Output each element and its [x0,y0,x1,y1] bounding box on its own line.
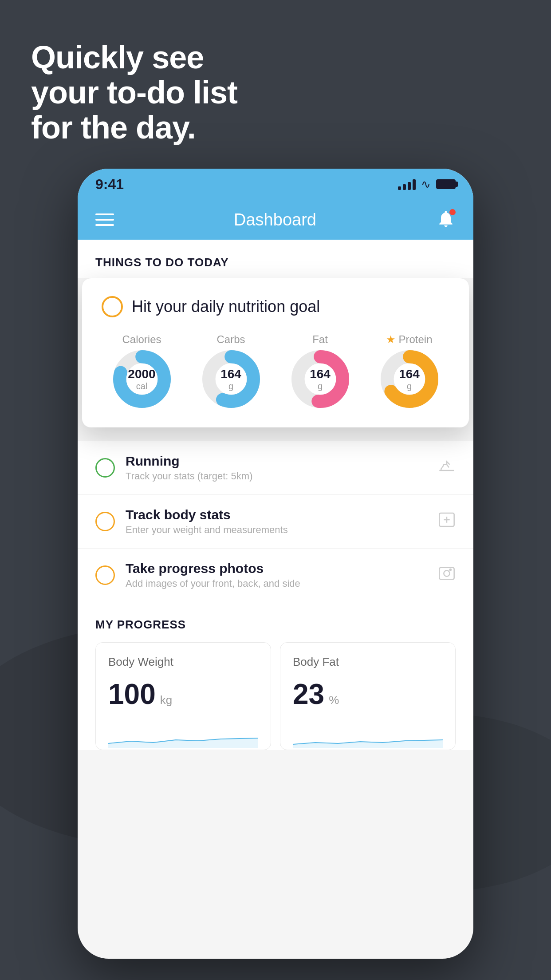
notification-dot [449,209,456,215]
hamburger-line-1 [95,213,114,215]
body-fat-card[interactable]: Body Fat 23 % [280,642,456,750]
body-weight-unit: kg [160,693,172,707]
nutrition-card-header: Hit your daily nutrition goal [102,296,449,317]
body-fat-sparkline [293,721,443,748]
body-stats-name: Track body stats [126,507,427,522]
body-weight-card-title: Body Weight [108,655,258,669]
calories-label: Calories [122,333,161,346]
photos-name: Take progress photos [126,561,427,576]
photo-icon [438,565,456,586]
fat-value: 164 g [310,368,331,391]
calories-stat: Calories 2000 cal [113,333,171,408]
carbs-stat: Carbs 164 g [202,333,260,408]
svg-point-10 [444,570,449,576]
fat-stat: Fat 164 g [291,333,349,408]
body-stats-circle [95,512,115,531]
things-section-header: THINGS TO DO TODAY [78,240,473,278]
running-circle [95,458,115,478]
protein-value: 164 g [399,368,420,391]
carbs-label: Carbs [216,333,245,346]
calories-value: 2000 cal [128,368,155,391]
content-area: THINGS TO DO TODAY Hit your daily nutrit… [78,240,473,750]
body-stats-desc: Enter your weight and measurements [126,524,427,536]
photos-circle [95,565,115,585]
progress-title: MY PROGRESS [95,618,456,632]
todo-item-photos[interactable]: Take progress photos Add images of your … [78,548,473,602]
phone-mockup: 9:41 ∿ Dashboard [78,169,473,959]
star-icon: ★ [386,333,396,346]
progress-section: MY PROGRESS Body Weight 100 kg B [78,602,473,750]
carbs-value: 164 g [220,368,241,391]
signal-bar-2 [403,184,406,190]
nutrition-card-title: Hit your daily nutrition goal [132,297,320,316]
running-content: Running Track your stats (target: 5km) [126,454,427,482]
battery-icon [436,179,456,189]
notification-bell-button[interactable] [436,209,456,230]
shoe-icon [438,457,456,479]
nutrition-card: Hit your daily nutrition goal Calories [82,278,469,427]
protein-label: ★ Protein [386,333,432,346]
things-section-title: THINGS TO DO TODAY [95,256,229,269]
header-title: Dashboard [234,210,316,229]
hamburger-menu[interactable] [95,213,114,226]
headline: Quickly see your to-do list for the day. [31,40,237,146]
fat-donut: 164 g [291,350,349,408]
protein-stat: ★ Protein 164 g [381,333,438,408]
signal-bar-1 [398,186,401,190]
headline-line3: for the day. [31,110,237,145]
photos-content: Take progress photos Add images of your … [126,561,427,589]
signal-bar-4 [413,179,416,190]
signal-bar-3 [408,182,411,190]
body-fat-value: 23 [293,678,324,711]
fat-label: Fat [312,333,328,346]
status-time: 9:41 [95,176,124,193]
body-fat-card-title: Body Fat [293,655,443,669]
todo-item-body-stats[interactable]: Track body stats Enter your weight and m… [78,494,473,548]
headline-line1: Quickly see [31,40,237,75]
carbs-donut: 164 g [202,350,260,408]
body-weight-value-row: 100 kg [108,678,258,711]
todo-list: Running Track your stats (target: 5km) T… [78,441,473,602]
svg-rect-9 [439,567,454,579]
app-header: Dashboard [78,200,473,240]
body-weight-card[interactable]: Body Weight 100 kg [95,642,271,750]
hamburger-line-2 [95,219,114,221]
body-fat-value-row: 23 % [293,678,443,711]
running-desc: Track your stats (target: 5km) [126,470,427,482]
photos-desc: Add images of your front, back, and side [126,578,427,589]
running-name: Running [126,454,427,469]
svg-point-11 [450,569,451,570]
nutrition-stats: Calories 2000 cal [102,333,449,408]
progress-cards: Body Weight 100 kg Body Fat 23 % [95,642,456,750]
calories-donut: 2000 cal [113,350,171,408]
body-stats-content: Track body stats Enter your weight and m… [126,507,427,536]
status-bar: 9:41 ∿ [78,169,473,200]
body-fat-unit: % [329,693,339,707]
todo-item-running[interactable]: Running Track your stats (target: 5km) [78,441,473,494]
protein-donut: 164 g [381,350,438,408]
nutrition-circle-check [102,296,123,317]
body-weight-value: 100 [108,678,156,711]
body-weight-sparkline [108,721,258,748]
signal-bars-icon [398,178,416,190]
hamburger-line-3 [95,224,114,226]
wifi-icon: ∿ [421,178,431,191]
headline-line2: your to-do list [31,75,237,110]
scale-icon [438,511,456,533]
status-icons: ∿ [398,178,456,191]
